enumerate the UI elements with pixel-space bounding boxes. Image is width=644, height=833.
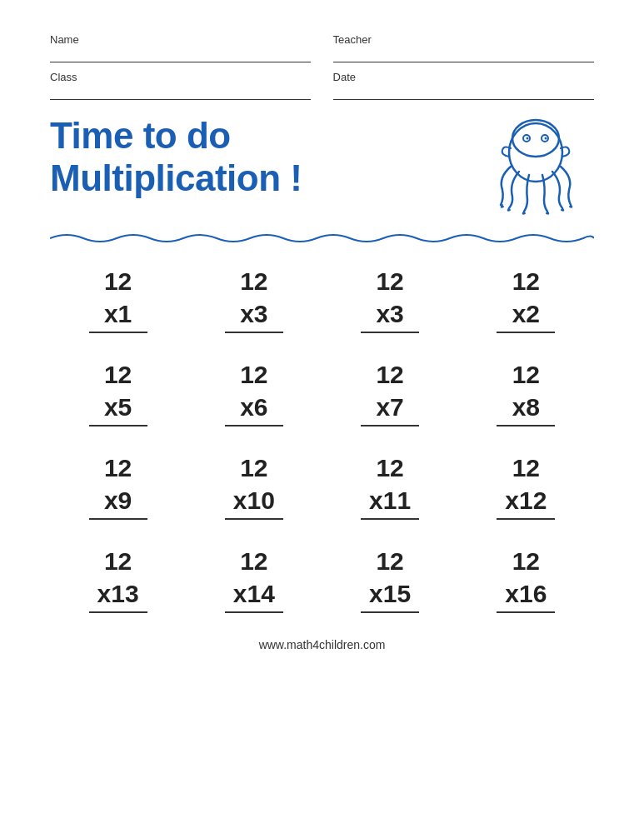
page: Name Teacher Class Date Time to do Multi… [0, 0, 644, 833]
answer-line [361, 332, 419, 333]
math-problem: 12x10 [225, 451, 283, 520]
answer-line [497, 611, 555, 613]
date-label: Date [333, 71, 594, 83]
problem-number: 12 [512, 265, 540, 297]
math-problem: 12x9 [89, 451, 147, 520]
math-problem: 12x15 [361, 545, 419, 613]
problem-number: 12 [376, 358, 403, 391]
teacher-label: Teacher [333, 33, 594, 46]
answer-line [89, 425, 147, 426]
problem-multiplier: x6 [240, 391, 267, 423]
svg-point-5 [545, 137, 547, 140]
problem-multiplier: x1 [104, 297, 132, 330]
teacher-field: Teacher [333, 33, 594, 62]
problem-multiplier: x5 [104, 391, 132, 423]
teacher-line [333, 47, 594, 62]
problem-multiplier: x9 [104, 484, 132, 516]
name-field: Name [50, 33, 311, 62]
problem-number: 12 [240, 545, 267, 577]
title-block: Time to do Multiplication ! [50, 115, 477, 199]
math-problem: 12x13 [89, 545, 147, 613]
problem-number: 12 [104, 545, 132, 577]
answer-line [89, 332, 147, 333]
title-line1: Time to do [50, 115, 231, 156]
answer-line [361, 611, 419, 613]
answer-line [225, 518, 283, 520]
wave-decoration [50, 230, 594, 247]
problem-number: 12 [512, 545, 540, 577]
problem-multiplier: x3 [376, 297, 403, 330]
math-problem: 12x5 [89, 358, 147, 426]
header-section: Time to do Multiplication ! [50, 115, 594, 223]
problem-row: 12x512x612x712x8 [50, 358, 594, 426]
problem-row: 12x912x1012x1112x12 [50, 451, 594, 520]
octopus-icon [477, 107, 594, 223]
class-field: Class [50, 71, 311, 100]
class-line [50, 85, 311, 100]
title-line2: Multiplication ! [50, 157, 302, 198]
problem-multiplier: x3 [240, 297, 267, 330]
problems-container: 12x112x312x312x212x512x612x712x812x912x1… [50, 265, 594, 613]
problem-multiplier: x8 [512, 391, 540, 423]
problem-row: 12x112x312x312x2 [50, 265, 594, 333]
form-row-1: Name Teacher [50, 33, 594, 62]
problem-multiplier: x14 [233, 577, 275, 610]
math-problem: 12x16 [497, 545, 555, 613]
class-label: Class [50, 71, 311, 83]
svg-point-1 [512, 120, 559, 157]
problem-multiplier: x13 [97, 577, 139, 610]
math-problem: 12x6 [225, 358, 283, 426]
problem-row: 12x1312x1412x1512x16 [50, 545, 594, 613]
math-problem: 12x1 [89, 265, 147, 333]
footer-url: www.math4children.com [259, 638, 386, 651]
math-problem: 12x7 [361, 358, 419, 426]
date-line [333, 85, 594, 100]
problem-number: 12 [376, 451, 403, 484]
answer-line [361, 425, 419, 426]
problem-number: 12 [240, 358, 267, 391]
answer-line [225, 425, 283, 426]
problem-number: 12 [104, 451, 132, 484]
problem-number: 12 [104, 358, 132, 391]
problem-number: 12 [104, 265, 132, 297]
math-problem: 12x12 [497, 451, 555, 520]
problem-multiplier: x7 [376, 391, 403, 423]
math-problem: 12x11 [361, 451, 419, 520]
problem-number: 12 [376, 545, 403, 577]
name-label: Name [50, 33, 311, 46]
answer-line [225, 611, 283, 613]
math-problem: 12x3 [225, 265, 283, 333]
problem-number: 12 [240, 265, 267, 297]
answer-line [497, 518, 555, 520]
problem-multiplier: x15 [369, 577, 411, 610]
answer-line [361, 518, 419, 520]
answer-line [497, 332, 555, 333]
svg-point-3 [527, 137, 529, 140]
problem-multiplier: x2 [512, 297, 540, 330]
form-row-2: Class Date [50, 71, 594, 100]
date-field: Date [333, 71, 594, 100]
problem-number: 12 [240, 451, 267, 484]
title-text: Time to do Multiplication ! [50, 115, 477, 199]
footer: www.math4children.com [50, 638, 594, 651]
math-problem: 12x2 [497, 265, 555, 333]
answer-line [225, 332, 283, 333]
answer-line [89, 518, 147, 520]
math-problem: 12x14 [225, 545, 283, 613]
name-line [50, 47, 311, 62]
problem-multiplier: x11 [369, 484, 411, 516]
problem-number: 12 [512, 358, 540, 391]
answer-line [497, 425, 555, 426]
answer-line [89, 611, 147, 613]
math-problem: 12x3 [361, 265, 419, 333]
problem-number: 12 [376, 265, 403, 297]
problem-number: 12 [512, 451, 540, 484]
problem-multiplier: x10 [233, 484, 275, 516]
problem-multiplier: x12 [505, 484, 547, 516]
math-problem: 12x8 [497, 358, 555, 426]
problem-multiplier: x16 [505, 577, 547, 610]
